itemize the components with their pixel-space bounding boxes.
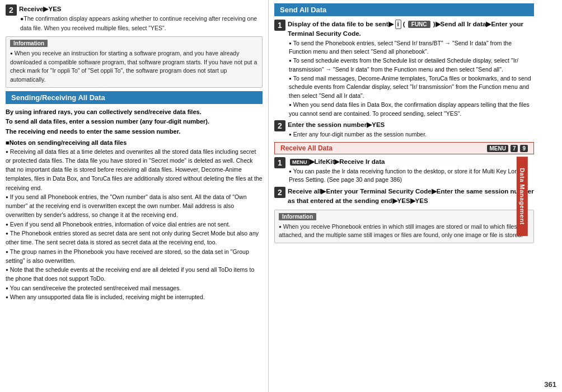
right-column: Send All Data 1 Display of the data file… <box>269 0 562 392</box>
send-step2-num: 2 <box>274 120 285 131</box>
send-step1-row: 1 Display of the data file to be sent▶ i… <box>274 20 534 118</box>
list-item: To send schedule events from the Schedul… <box>289 56 534 74</box>
list-item: To send the Phonebook entries, select "S… <box>289 39 534 57</box>
notes-list: Receiving all data files at a time delet… <box>6 147 263 302</box>
info-box-top-list: When you receive an instruction for star… <box>10 49 258 84</box>
send-step1-content: Display of the data file to be sent▶ i (… <box>288 20 534 118</box>
body-line-2: To send all data files, enter a session … <box>6 117 263 127</box>
receive-title: Receive All Data <box>280 144 485 152</box>
list-item: If you send all Phonebook entries, the "… <box>6 192 263 220</box>
list-item: You can send/receive the protected sent/… <box>6 284 263 292</box>
sending-section-header: Sending/Receiving All Data <box>6 91 263 104</box>
list-item: The group names in the Phonebook you hav… <box>6 247 263 266</box>
menu-icon-inline: MENU <box>290 159 310 166</box>
list-item: To send mail messages, Decome-Anime temp… <box>289 74 534 101</box>
page-number: 361 <box>544 380 556 389</box>
list-item: Even if you send all Phonebook entries, … <box>6 220 263 229</box>
info-box-top: Information When you receive an instruct… <box>6 36 263 88</box>
ir-icon: i <box>395 20 401 29</box>
send-step2-title: Enter the session number▶YES <box>288 120 534 130</box>
send-step2-content: Enter the session number▶YES Enter any f… <box>288 120 534 139</box>
info-box-bottom: Information When you receive Phonebook e… <box>274 210 534 244</box>
func-badge: FUNC <box>408 21 430 28</box>
receive-step2-title: Receive all▶Enter your Terminal Security… <box>288 187 534 206</box>
send-step2-row: 2 Enter the session number▶YES Enter any… <box>274 120 534 139</box>
send-section-header: Send All Data <box>274 3 534 16</box>
list-item: Note that the schedule events at the rec… <box>6 265 263 284</box>
receive-section-header: Receive All Data MENU 7 9 <box>274 142 534 154</box>
send-step2-sub: Enter any four-digit number as the sessi… <box>289 130 534 139</box>
list-item: You can paste the Ir data receiving func… <box>289 167 534 185</box>
menu-9-badge: 9 <box>520 145 528 152</box>
left-column: 2 Receive▶YES ●The confirmation display … <box>0 0 269 392</box>
step2-top-row: 2 Receive▶YES ●The confirmation display … <box>6 4 263 33</box>
menu-badge: MENU <box>487 145 508 152</box>
notes-header: ■Notes on sending/receiving all data fil… <box>6 139 263 146</box>
receive-step1-num: 1 <box>274 157 285 168</box>
receive-step1-content: MENU▶LifeKit▶Receive Ir data You can pas… <box>288 157 534 185</box>
step2-top-desc: ●The confirmation display appears asking… <box>20 14 263 33</box>
step2-top-title: Receive▶YES <box>19 4 263 14</box>
list-item: When any unsupported data file is includ… <box>6 292 263 301</box>
list-item: When you receive Phonebook entries in wh… <box>279 223 530 240</box>
send-step1-sub: To send the Phonebook entries, select "S… <box>289 39 534 119</box>
step-number-2-top: 2 <box>6 4 17 16</box>
body-line-1: By using infrared rays, you can collecti… <box>6 107 263 117</box>
step2-top-content: Receive▶YES ●The confirmation display ap… <box>19 4 263 33</box>
info-box-bottom-list: When you receive Phonebook entries in wh… <box>279 223 530 240</box>
info-box-bottom-title: Information <box>279 213 316 220</box>
receive-step2-content: Receive all▶Enter your Terminal Security… <box>288 187 534 206</box>
receive-step2-row: 2 Receive all▶Enter your Terminal Securi… <box>274 187 534 206</box>
send-step1-title: Display of the data file to be sent▶ i (… <box>288 20 534 39</box>
receive-step2-num: 2 <box>274 187 285 198</box>
menu-7-badge: 7 <box>511 145 518 152</box>
list-item: Enter any four-digit number as the sessi… <box>289 130 534 139</box>
info-box-top-title: Information <box>10 40 48 47</box>
list-item: When you send data files in Data Box, th… <box>289 101 534 119</box>
receive-step1-sub: You can paste the Ir data receiving func… <box>289 167 534 185</box>
body-text: By using infrared rays, you can collecti… <box>6 107 263 137</box>
send-step1-num: 1 <box>274 20 285 31</box>
list-item: The Phonebook entries stored as secret d… <box>6 229 263 247</box>
data-management-label: Data Management <box>517 157 528 236</box>
list-item: Receiving all data files at a time delet… <box>6 147 263 192</box>
receive-step1-row: 1 MENU▶LifeKit▶Receive Ir data You can p… <box>274 157 534 185</box>
list-item: When you receive an instruction for star… <box>10 49 258 84</box>
receive-step1-title: MENU▶LifeKit▶Receive Ir data <box>288 157 534 167</box>
body-line-3: The receiving end needs to enter the sam… <box>6 127 263 137</box>
